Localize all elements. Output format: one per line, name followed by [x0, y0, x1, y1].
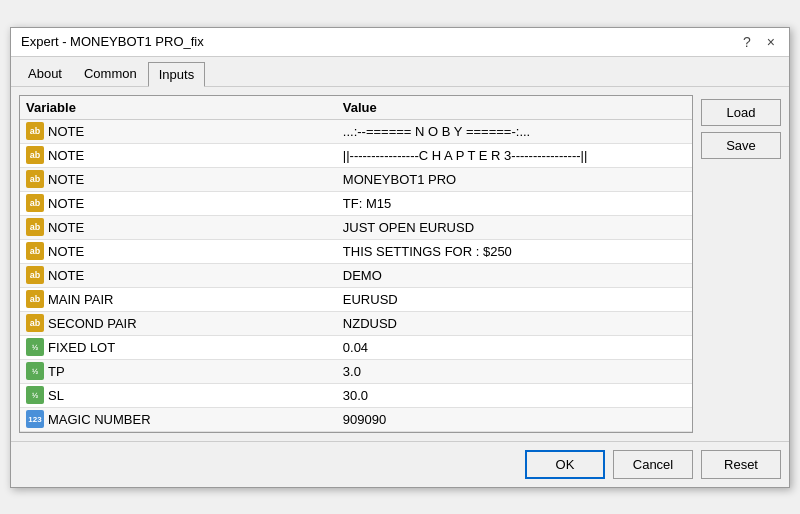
var-label: NOTE	[48, 172, 84, 187]
var-label: NOTE	[48, 244, 84, 259]
frac-icon: ½	[26, 338, 44, 356]
table-row[interactable]: ab SECOND PAIR NZDUSD	[20, 312, 692, 336]
menu-about[interactable]: About	[17, 61, 73, 86]
var-label: MAIN PAIR	[48, 292, 114, 307]
menu-inputs[interactable]: Inputs	[148, 62, 205, 87]
val-cell: 909090	[343, 412, 686, 427]
val-cell: ||----------------C H A P T E R 3-------…	[343, 148, 686, 163]
ab-icon: ab	[26, 266, 44, 284]
var-label: NOTE	[48, 268, 84, 283]
var-label: MAGIC NUMBER	[48, 412, 151, 427]
load-button[interactable]: Load	[701, 99, 781, 126]
val-cell: MONEYBOT1 PRO	[343, 172, 686, 187]
content-area: Variable Value ab NOTE ...:--====== N O …	[11, 87, 789, 441]
table-row[interactable]: ab NOTE MONEYBOT1 PRO	[20, 168, 692, 192]
var-label: NOTE	[48, 196, 84, 211]
table-row[interactable]: ab NOTE THIS SETTINGS FOR : $250	[20, 240, 692, 264]
cancel-button[interactable]: Cancel	[613, 450, 693, 479]
save-button[interactable]: Save	[701, 132, 781, 159]
table-row[interactable]: ½ TP 3.0	[20, 360, 692, 384]
side-buttons: Load Save	[701, 95, 781, 433]
title-controls: ? ×	[739, 34, 779, 50]
menu-bar: About Common Inputs	[11, 57, 789, 87]
reset-button[interactable]: Reset	[701, 450, 781, 479]
var-label: SECOND PAIR	[48, 316, 137, 331]
inputs-table: Variable Value ab NOTE ...:--====== N O …	[19, 95, 693, 433]
table-row[interactable]: ab NOTE DEMO	[20, 264, 692, 288]
table-row[interactable]: ½ FIXED LOT 0.04	[20, 336, 692, 360]
table-row[interactable]: ½ SL 30.0	[20, 384, 692, 408]
var-label: NOTE	[48, 148, 84, 163]
ok-button[interactable]: OK	[525, 450, 605, 479]
close-button[interactable]: ×	[763, 34, 779, 50]
ab-icon: ab	[26, 194, 44, 212]
table-row[interactable]: ab NOTE JUST OPEN EURUSD	[20, 216, 692, 240]
ab-icon: ab	[26, 290, 44, 308]
val-cell: TF: M15	[343, 196, 686, 211]
frac-icon: ½	[26, 386, 44, 404]
main-window: Expert - MONEYBOT1 PRO_fix ? × About Com…	[10, 27, 790, 488]
table-row[interactable]: ab NOTE ||----------------C H A P T E R …	[20, 144, 692, 168]
col-variable-header: Variable	[26, 100, 343, 115]
ab-icon: ab	[26, 146, 44, 164]
bottom-bar: OK Cancel Reset	[11, 441, 789, 487]
var-label: FIXED LOT	[48, 340, 115, 355]
frac-icon: ½	[26, 362, 44, 380]
ab-icon: ab	[26, 242, 44, 260]
menu-common[interactable]: Common	[73, 61, 148, 86]
val-cell: JUST OPEN EURUSD	[343, 220, 686, 235]
ab-icon: ab	[26, 314, 44, 332]
val-cell: 30.0	[343, 388, 686, 403]
var-label: NOTE	[48, 124, 84, 139]
table-row[interactable]: ab NOTE TF: M15	[20, 192, 692, 216]
val-cell: EURUSD	[343, 292, 686, 307]
table-header: Variable Value	[20, 96, 692, 120]
ab-icon: ab	[26, 122, 44, 140]
val-cell: DEMO	[343, 268, 686, 283]
ab-icon: ab	[26, 170, 44, 188]
table-row[interactable]: ab MAIN PAIR EURUSD	[20, 288, 692, 312]
col-value-header: Value	[343, 100, 686, 115]
var-label: TP	[48, 364, 65, 379]
val-cell: NZDUSD	[343, 316, 686, 331]
val-cell: ...:--====== N O B Y ======-:...	[343, 124, 686, 139]
ab-icon: ab	[26, 218, 44, 236]
window-title: Expert - MONEYBOT1 PRO_fix	[21, 34, 204, 49]
table-row[interactable]: 123 MAGIC NUMBER 909090	[20, 408, 692, 432]
val-cell: 0.04	[343, 340, 686, 355]
num-icon: 123	[26, 410, 44, 428]
val-cell: THIS SETTINGS FOR : $250	[343, 244, 686, 259]
help-button[interactable]: ?	[739, 34, 755, 50]
var-label: NOTE	[48, 220, 84, 235]
val-cell: 3.0	[343, 364, 686, 379]
var-label: SL	[48, 388, 64, 403]
title-bar: Expert - MONEYBOT1 PRO_fix ? ×	[11, 28, 789, 57]
table-row[interactable]: ab NOTE ...:--====== N O B Y ======-:...	[20, 120, 692, 144]
